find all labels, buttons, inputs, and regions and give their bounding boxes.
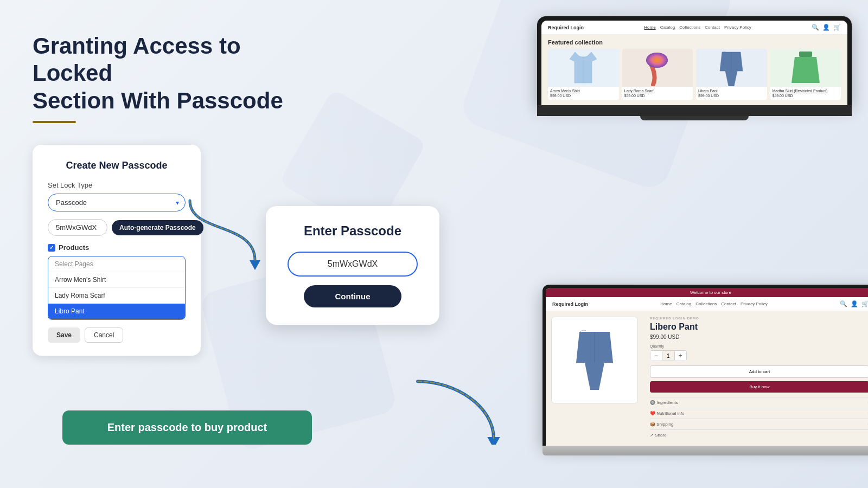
laptop-nav-contact[interactable]: Contact: [721, 301, 736, 306]
laptop-product-details: REQUIRED LOGIN DEMO Libero Pant $99.00 U…: [643, 311, 868, 446]
enter-passcode-title: Enter Passcode: [288, 223, 418, 239]
featured-collection-title: Featured collection: [541, 35, 847, 49]
lock-type-label: Set Lock Type: [48, 181, 186, 189]
left-section: Granting Access to Locked Section With P…: [33, 33, 293, 356]
monitor-frame: Required Login Home Catalog Collections …: [537, 16, 852, 105]
shop-product-card: Martha Skirt (Restricted Product) $49.00…: [770, 49, 841, 100]
shop-product-card: Lady Roma Scarf $59.00 USD: [622, 49, 693, 100]
product-name[interactable]: Lady Roma Scarf: [624, 89, 691, 93]
autogenerate-button[interactable]: Auto-generate Passcode: [112, 220, 203, 235]
laptop: Welcome to our store Required Login Home…: [542, 285, 868, 455]
monitor-stand: [537, 105, 852, 116]
laptop-nav-collections[interactable]: Collections: [695, 301, 717, 306]
product-image: [696, 49, 767, 87]
shop-nav-links: Home Catalog Collections Contact Privacy…: [644, 25, 751, 30]
shop-product-card: Libero Pant $99.00 USD: [696, 49, 767, 100]
select-pages-placeholder[interactable]: Select Pages: [48, 256, 185, 272]
product-info: Lady Roma Scarf $59.00 USD: [622, 87, 693, 100]
arrow-right-down: [401, 369, 510, 445]
cart-icon[interactable]: 🛒: [833, 24, 841, 31]
monitor-base: [640, 116, 749, 120]
cta-button[interactable]: Enter passcode to buy product: [62, 410, 312, 445]
product-price: $99.00 USD: [550, 94, 617, 98]
laptop-cart-icon[interactable]: 🛒: [861, 300, 868, 307]
user-icon[interactable]: 👤: [822, 24, 830, 31]
product-name[interactable]: Libero Pant: [698, 89, 765, 93]
laptop-nav-catalog[interactable]: Catalog: [676, 301, 692, 306]
search-icon[interactable]: 🔍: [812, 24, 819, 31]
list-item[interactable]: Libro Pant: [48, 304, 185, 319]
cancel-button[interactable]: Cancel: [85, 328, 123, 343]
lock-type-select-wrapper: Passcode ▾: [48, 194, 186, 211]
product-info: Arrow Men's Shirt $99.00 USD: [548, 87, 619, 100]
laptop-navbar: Required Login Home Catalog Collections …: [546, 297, 868, 311]
product-name[interactable]: Arrow Men's Shirt: [550, 89, 617, 93]
title-underline: [33, 121, 76, 123]
laptop-base: [542, 446, 868, 455]
page-title: Granting Access to Locked Section With P…: [33, 33, 293, 114]
nav-link-home[interactable]: Home: [644, 25, 655, 30]
lock-type-select[interactable]: Passcode: [48, 194, 186, 211]
buy-now-button[interactable]: Buy it now: [650, 381, 868, 393]
save-button[interactable]: Save: [48, 328, 80, 343]
accordion-share[interactable]: ↗ Share: [650, 429, 868, 440]
products-label: ✓ Products: [48, 243, 186, 252]
quantity-value: 1: [662, 352, 675, 360]
shop-product-card: Arrow Men's Shirt $99.00 USD: [548, 49, 619, 100]
laptop-product-title: Libero Pant: [650, 322, 868, 332]
quantity-decrease-button[interactable]: −: [650, 351, 662, 361]
laptop-product-content: REQUIRED LOGIN DEMO Libero Pant $99.00 U…: [546, 311, 868, 446]
svg-point-4: [646, 53, 668, 68]
quantity-controls: − 1 +: [650, 350, 687, 361]
nav-link-collections[interactable]: Collections: [679, 25, 700, 30]
create-passcode-card: Create New Passcode Set Lock Type Passco…: [33, 145, 201, 356]
product-image: [770, 49, 841, 87]
shop-products-grid: Arrow Men's Shirt $99.00 USD: [541, 49, 847, 105]
svg-rect-6: [799, 52, 812, 57]
list-item[interactable]: Lady Roma Scarf: [48, 288, 185, 304]
shop-icons: 🔍 👤 🛒: [812, 24, 841, 31]
checkbox-icon: ✓: [48, 244, 55, 252]
list-item[interactable]: Arrow Men's Shirt: [48, 272, 185, 288]
shop-logo: Required Login: [548, 25, 584, 30]
product-image: [548, 49, 619, 87]
laptop-screen-frame: Welcome to our store Required Login Home…: [542, 285, 868, 446]
quantity-label: Quantity: [650, 344, 868, 348]
enter-passcode-card: Enter Passcode Continue: [266, 206, 439, 325]
shop-navbar: Required Login Home Catalog Collections …: [541, 21, 847, 35]
product-info: Libero Pant $99.00 USD: [696, 87, 767, 100]
laptop-product-image-container: [546, 311, 643, 446]
accordion-nutritional[interactable]: ❤️ Nutritional info ›: [650, 408, 868, 419]
laptop-nav-privacy[interactable]: Privacy Policy: [741, 301, 768, 306]
laptop-user-icon[interactable]: 👤: [851, 300, 858, 307]
product-image: [622, 49, 693, 87]
product-info: Martha Skirt (Restricted Product) $49.00…: [770, 87, 841, 100]
laptop-nav-links: Home Catalog Collections Contact Privacy…: [660, 301, 767, 306]
laptop-screen: Welcome to our store Required Login Home…: [546, 288, 868, 446]
product-price: $99.00 USD: [698, 94, 765, 98]
chevron-down-icon: ▾: [176, 199, 179, 207]
card-actions: Save Cancel: [48, 328, 186, 343]
product-name[interactable]: Martha Skirt (Restricted Product): [773, 89, 839, 93]
accordion-shipping[interactable]: 📦 Shipping ›: [650, 419, 868, 429]
required-login-label: REQUIRED LOGIN DEMO: [650, 317, 868, 320]
laptop-shop-logo: Required Login: [552, 301, 588, 307]
desktop-monitor: Required Login Home Catalog Collections …: [537, 16, 852, 120]
product-price: $59.00 USD: [624, 94, 691, 98]
nav-link-contact[interactable]: Contact: [705, 25, 720, 30]
continue-button[interactable]: Continue: [304, 285, 401, 307]
accordion-ingredients[interactable]: 🔘 Ingredients ›: [650, 397, 868, 408]
product-price: $49.00 USD: [773, 94, 839, 98]
passcode-input[interactable]: 5mWxGWdX: [48, 219, 107, 236]
add-to-cart-button[interactable]: Add to cart: [650, 365, 868, 378]
passcode-entry-input[interactable]: [288, 252, 418, 277]
laptop-nav-home[interactable]: Home: [660, 301, 672, 306]
laptop-product-price: $99.00 USD: [650, 334, 868, 340]
laptop-welcome-bar: Welcome to our store: [546, 288, 868, 297]
quantity-increase-button[interactable]: +: [675, 351, 686, 361]
nav-link-catalog[interactable]: Catalog: [660, 25, 675, 30]
laptop-search-icon[interactable]: 🔍: [840, 300, 847, 307]
card-title: Create New Passcode: [48, 160, 186, 171]
nav-link-privacy[interactable]: Privacy Policy: [724, 25, 751, 30]
monitor-screen: Required Login Home Catalog Collections …: [541, 21, 847, 105]
